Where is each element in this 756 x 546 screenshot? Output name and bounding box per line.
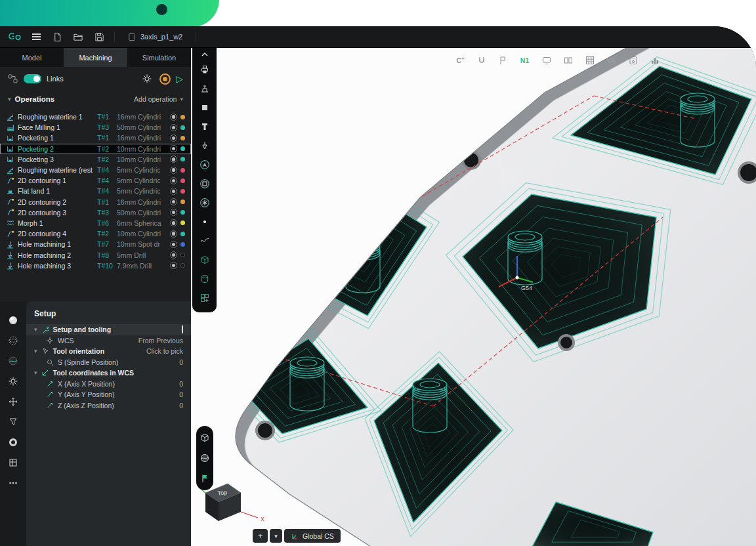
stock-icon[interactable] bbox=[197, 100, 213, 116]
operation-row[interactable]: Face Milling 1T#350mm Cylindri bbox=[0, 122, 191, 133]
operation-row[interactable]: Hole machining 1T#710mm Spot dr bbox=[0, 239, 191, 249]
grid-add-icon[interactable] bbox=[197, 290, 213, 306]
chevron-down-icon[interactable]: ▾ bbox=[34, 348, 37, 354]
operation-visibility-radio[interactable] bbox=[170, 145, 177, 152]
magnet-icon[interactable] bbox=[474, 53, 488, 67]
operation-visibility-radio[interactable] bbox=[170, 188, 177, 195]
setup-row-x-axis-x-position[interactable]: X (Axis X Position)0 bbox=[26, 379, 191, 390]
setup-value[interactable]: 0 bbox=[179, 358, 183, 366]
open-file-button[interactable] bbox=[70, 29, 87, 45]
tab-model[interactable]: Model bbox=[0, 48, 64, 67]
operation-visibility-radio[interactable] bbox=[170, 209, 177, 216]
transform-arrows-icon[interactable] bbox=[6, 394, 20, 409]
tab-simulation[interactable]: Simulation bbox=[127, 48, 191, 67]
dark-sphere-icon[interactable] bbox=[6, 354, 20, 368]
va-badge[interactable]: VA bbox=[604, 53, 618, 67]
viewcube-face-label[interactable]: Top bbox=[217, 489, 228, 497]
operation-row[interactable]: Flat land 1T#45mm Cylindric bbox=[0, 186, 191, 196]
send-flag-icon[interactable] bbox=[496, 53, 510, 67]
solid-cylinder-icon[interactable] bbox=[197, 271, 213, 287]
global-cs-button[interactable]: Global CS bbox=[284, 529, 341, 543]
cs-dropdown-button[interactable]: ▾ bbox=[270, 529, 282, 543]
chevron-down-icon[interactable]: ▾ bbox=[8, 96, 11, 102]
more-ellipsis-icon[interactable] bbox=[6, 476, 20, 490]
operation-visibility-radio[interactable] bbox=[170, 114, 177, 121]
shading-sphere-icon[interactable] bbox=[198, 451, 212, 465]
operations-settings-gear-icon[interactable] bbox=[140, 72, 154, 86]
setup-value[interactable]: 0 bbox=[179, 380, 183, 388]
operation-row[interactable]: Morph 1T#66mm Spherica bbox=[0, 218, 191, 228]
solid-box-icon[interactable] bbox=[197, 252, 213, 268]
document-tab[interactable]: 3axis_p1_w2 bbox=[121, 29, 189, 45]
setup-row-setup-and-tooling[interactable]: ▾Setup and tooling bbox=[26, 324, 191, 335]
toolpath-compare-icon[interactable]: C bbox=[453, 53, 467, 67]
settings-gear-icon[interactable] bbox=[6, 374, 20, 388]
machine-icon[interactable] bbox=[197, 81, 213, 96]
operation-row[interactable]: Hole machining 3T#107.9mm Drill bbox=[0, 261, 191, 271]
setup-row-s-spindle-position[interactable]: S (Spindle Position)0 bbox=[26, 357, 191, 368]
frame-select-icon[interactable] bbox=[197, 176, 213, 192]
isolate-box-icon[interactable] bbox=[198, 430, 212, 445]
operation-row[interactable]: Pocketing 3T#210mm Cylindri bbox=[0, 154, 191, 165]
operation-visibility-radio[interactable] bbox=[170, 198, 177, 205]
operation-visibility-radio[interactable] bbox=[170, 156, 177, 163]
chevron-down-icon[interactable]: ▾ bbox=[34, 327, 37, 333]
setup-value[interactable]: Click to pick bbox=[146, 347, 183, 355]
operation-row[interactable]: 2D contouring 4T#210mm Cylindri bbox=[0, 228, 191, 239]
operation-visibility-radio[interactable] bbox=[170, 262, 177, 269]
operation-visibility-radio[interactable] bbox=[170, 241, 177, 248]
setup-row-wcs[interactable]: WCSFrom Previous bbox=[26, 335, 191, 346]
point-icon[interactable] bbox=[197, 214, 213, 230]
operation-row[interactable]: 2D contouring 1T#45mm Cylindric bbox=[0, 175, 191, 186]
setup-row-y-axis-y-position[interactable]: Y (Axis Y Position)0 bbox=[26, 389, 191, 400]
torus-icon[interactable] bbox=[6, 435, 20, 450]
links-toggle[interactable] bbox=[24, 74, 41, 83]
new-file-button[interactable] bbox=[49, 29, 66, 45]
grid-table-icon[interactable] bbox=[583, 53, 597, 67]
operation-row[interactable]: Hole machining 2T#85mm Drill bbox=[0, 249, 191, 260]
chevron-down-icon[interactable]: ▾ bbox=[34, 370, 37, 376]
setup-value[interactable]: 0 bbox=[179, 402, 183, 410]
operation-row[interactable]: Roughing waterline 1T#116mm Cylindri bbox=[0, 112, 191, 122]
operation-visibility-radio[interactable] bbox=[170, 124, 177, 131]
selection-a-icon[interactable]: A bbox=[197, 157, 213, 173]
device-icon[interactable] bbox=[626, 53, 640, 67]
viewport-3d[interactable]: G54 Y Top X + ▾ bbox=[191, 48, 756, 546]
operation-visibility-radio[interactable] bbox=[170, 219, 177, 226]
probe-icon[interactable] bbox=[197, 138, 213, 154]
operation-visibility-radio[interactable] bbox=[170, 251, 177, 259]
add-cs-button[interactable]: + bbox=[253, 529, 268, 543]
operation-row[interactable]: Pocketing 2T#210mm Cylindri bbox=[0, 144, 191, 154]
split-view-icon[interactable] bbox=[561, 53, 575, 67]
setup-row-tool-orientation[interactable]: ▾Tool orientationClick to pick bbox=[26, 346, 191, 357]
burst-select-icon[interactable] bbox=[197, 195, 213, 211]
operation-visibility-radio[interactable] bbox=[170, 230, 177, 238]
operation-visibility-radio[interactable] bbox=[170, 135, 177, 142]
tool-holder-icon[interactable] bbox=[197, 119, 213, 135]
run-simulation-button[interactable]: ▷ bbox=[176, 74, 183, 83]
nc-badge[interactable]: N1 bbox=[518, 53, 532, 67]
scroll-up-icon[interactable] bbox=[197, 51, 213, 58]
operation-row[interactable]: Roughing waterline (restT#45mm Cylindric bbox=[0, 165, 191, 175]
setup-row-tool-coordinates-in-wcs[interactable]: ▾Tool coordinates in WCS bbox=[26, 368, 191, 379]
operation-visibility-radio[interactable] bbox=[170, 167, 177, 174]
wire-sphere-icon[interactable] bbox=[6, 333, 20, 348]
operation-row[interactable]: Pocketing 1T#116mm Cylindri bbox=[0, 133, 191, 143]
flag-icon[interactable] bbox=[198, 471, 212, 486]
bar-chart-icon[interactable] bbox=[648, 53, 662, 67]
shaded-sphere-icon[interactable] bbox=[6, 313, 20, 327]
setup-value[interactable]: From Previous bbox=[138, 337, 183, 345]
operation-row[interactable]: 2D contouring 3T#350mm Cylindri bbox=[0, 207, 191, 218]
pattern-box-icon[interactable] bbox=[6, 455, 20, 470]
operation-visibility-radio[interactable] bbox=[170, 177, 177, 184]
save-button[interactable] bbox=[91, 29, 108, 45]
setup-row-z-axis-z-position[interactable]: Z (Axis Z Position)0 bbox=[26, 400, 191, 411]
setup-value[interactable]: 0 bbox=[179, 390, 183, 398]
add-operation-button[interactable]: Add operation ▾ bbox=[134, 95, 183, 103]
print-icon[interactable] bbox=[197, 62, 213, 77]
simulation-target-icon[interactable] bbox=[159, 74, 171, 85]
filter-funnel-icon[interactable] bbox=[6, 415, 20, 429]
operation-row[interactable]: 2D contouring 2T#116mm Cylindri bbox=[0, 197, 191, 207]
curve-icon[interactable] bbox=[197, 233, 213, 249]
monitor-icon[interactable] bbox=[539, 53, 553, 67]
